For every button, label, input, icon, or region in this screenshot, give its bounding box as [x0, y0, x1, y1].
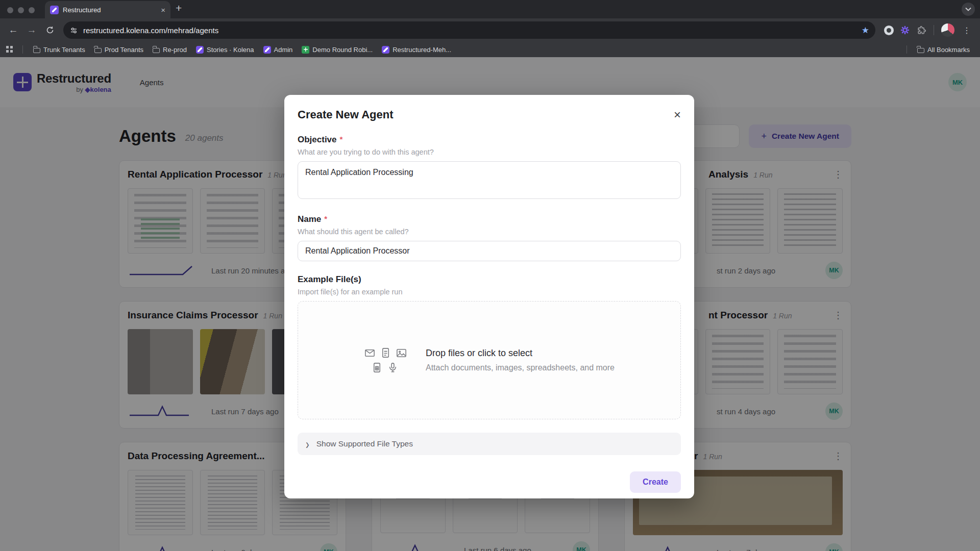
- required-mark: *: [324, 214, 327, 224]
- browser-profile-avatar[interactable]: [941, 23, 954, 37]
- bookmark-label: Trunk Tenants: [43, 46, 85, 54]
- modal-header: Create New Agent ×: [298, 108, 681, 121]
- objective-input[interactable]: Rental Application Processing: [298, 161, 681, 199]
- objective-helper: What are you trying to do with this agen…: [298, 148, 681, 156]
- modal-footer: Create: [298, 471, 681, 493]
- bookmarks-bar: Trunk Tenants Prod Tenants Re-prod Stori…: [0, 42, 980, 57]
- dropzone-text: Drop files or click to select Attach doc…: [426, 348, 615, 372]
- browser-tab[interactable]: Restructured ×: [45, 1, 170, 18]
- kolena-icon: [263, 46, 271, 54]
- image-icon: [396, 347, 407, 359]
- bookmark-item[interactable]: Prod Tenants: [90, 44, 148, 55]
- objective-label: Objective *: [298, 135, 681, 145]
- all-bookmarks-label: All Bookmarks: [927, 46, 970, 54]
- extension-glyph: [884, 26, 894, 35]
- window-zoom-button[interactable]: [29, 7, 35, 13]
- bookmark-star-icon[interactable]: ★: [862, 25, 869, 36]
- new-tab-button[interactable]: +: [170, 2, 188, 18]
- url-bar[interactable]: restructured.kolena.com/mehrad/agents ★: [63, 21, 875, 39]
- window-controls[interactable]: [0, 7, 42, 18]
- bookmarks-divider: [22, 45, 23, 54]
- name-helper: What should this agent be called?: [298, 228, 681, 236]
- bookmark-label: Admin: [274, 46, 293, 54]
- required-mark: *: [340, 135, 343, 145]
- browser-menu-button[interactable]: ⋮: [959, 26, 975, 35]
- close-icon[interactable]: ×: [674, 109, 681, 121]
- apps-grid-icon[interactable]: [6, 46, 13, 53]
- name-label: Name *: [298, 214, 681, 224]
- name-input[interactable]: [298, 241, 681, 261]
- reload-button[interactable]: [42, 22, 58, 38]
- window-close-button[interactable]: [7, 7, 13, 13]
- window-minimize-button[interactable]: [18, 7, 24, 13]
- document-icon: [380, 347, 391, 359]
- bookmark-label: Demo Round Robi...: [312, 46, 373, 54]
- dropzone-title: Drop files or click to select: [426, 348, 615, 359]
- back-button[interactable]: ←: [5, 22, 21, 38]
- tab-strip: Restructured × +: [0, 0, 980, 18]
- create-agent-modal: Create New Agent × Objective * What are …: [284, 95, 694, 498]
- bookmarks-divider-right: [906, 45, 907, 54]
- bookmark-item[interactable]: Re-prod: [149, 44, 191, 55]
- extensions-puzzle-icon[interactable]: [914, 23, 928, 37]
- spreadsheet-icon: [371, 362, 383, 373]
- tab-search-button[interactable]: [962, 3, 975, 16]
- forward-button[interactable]: →: [23, 22, 40, 38]
- folder-icon: [917, 48, 924, 53]
- url-text[interactable]: restructured.kolena.com/mehrad/agents: [83, 26, 856, 35]
- envelope-icon: [364, 347, 376, 359]
- chevron-right-icon: ›: [306, 436, 309, 452]
- bookmark-item[interactable]: Demo Round Robi...: [298, 44, 377, 55]
- kolena-icon: [196, 46, 204, 54]
- folder-icon: [33, 48, 40, 53]
- bookmark-label: Stories · Kolena: [207, 46, 254, 54]
- example-files-label-text: Example File(s): [298, 274, 361, 285]
- flower-icon: [900, 26, 910, 35]
- supported-file-types-label: Show Supported File Types: [316, 439, 413, 448]
- sheet-icon: [302, 46, 309, 54]
- folder-icon: [153, 48, 160, 53]
- example-files-label: Example File(s): [298, 274, 681, 285]
- chevron-down-icon: [965, 7, 971, 11]
- bookmark-label: Prod Tenants: [105, 46, 143, 54]
- example-files-helper: Import file(s) for an example run: [298, 288, 681, 296]
- all-bookmarks-button[interactable]: All Bookmarks: [913, 44, 974, 55]
- bookmark-label: Re-prod: [163, 46, 187, 54]
- bookmarks-list: Trunk Tenants Prod Tenants Re-prod Stori…: [29, 44, 455, 55]
- name-label-text: Name: [298, 214, 321, 224]
- puzzle-icon: [917, 26, 926, 35]
- bookmark-item[interactable]: Trunk Tenants: [29, 44, 89, 55]
- dropzone-subtitle: Attach documents, images, spreadsheets, …: [426, 363, 615, 372]
- extension-icon-flower[interactable]: [898, 23, 912, 37]
- tab-favicon-icon: [50, 6, 59, 14]
- folder-icon: [94, 48, 102, 53]
- bookmark-item[interactable]: Admin: [259, 44, 297, 55]
- microphone-icon: [387, 362, 399, 373]
- bookmark-label: Restructured-Meh...: [393, 46, 451, 54]
- kolena-icon: [382, 46, 389, 54]
- bookmark-item[interactable]: Restructured-Meh...: [378, 44, 455, 55]
- dropzone-icons: [364, 347, 407, 373]
- modal-title: Create New Agent: [298, 108, 393, 121]
- objective-label-text: Objective: [298, 135, 337, 145]
- tab-title: Restructured: [63, 6, 157, 14]
- page: Restructured by ◆kolena Agents MK Agents…: [0, 57, 980, 551]
- show-supported-file-types[interactable]: › Show Supported File Types: [298, 433, 681, 455]
- browser-toolbar: ← → restructured.kolena.com/mehrad/agent…: [0, 18, 980, 42]
- bookmark-item[interactable]: Stories · Kolena: [192, 44, 258, 55]
- reload-icon: [46, 26, 54, 34]
- site-settings-icon[interactable]: [69, 26, 78, 35]
- toolbar-divider: [934, 25, 934, 35]
- tab-close-icon[interactable]: ×: [161, 6, 165, 14]
- create-button[interactable]: Create: [630, 471, 681, 493]
- extension-icon-round[interactable]: [881, 23, 896, 37]
- file-dropzone[interactable]: Drop files or click to select Attach doc…: [298, 301, 681, 419]
